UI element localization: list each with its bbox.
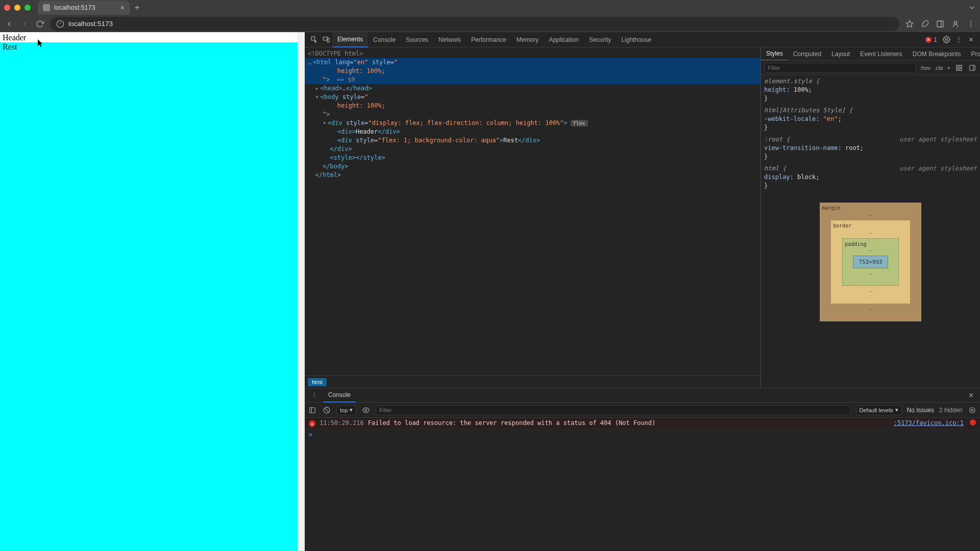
close-tab-button[interactable]: × [120, 4, 125, 12]
styles-body[interactable]: element.style { height: 100%; } html[Att… [761, 75, 980, 388]
console-sidebar-icon[interactable] [308, 403, 317, 418]
page-viewport[interactable]: Header Rest [0, 32, 298, 551]
tab-sources[interactable]: Sources [401, 32, 433, 47]
back-button[interactable] [5, 20, 13, 28]
svg-point-34 [365, 409, 368, 411]
dom-node-html[interactable]: …<html lang="en" style=" [305, 58, 760, 67]
tab-application[interactable]: Application [544, 32, 584, 47]
tab-network[interactable]: Network [433, 32, 466, 47]
page-header-text: Header [0, 32, 298, 42]
browser-tab[interactable]: localhost:5173 × [38, 1, 130, 15]
tab-memory[interactable]: Memory [511, 32, 544, 47]
svg-rect-20 [960, 65, 962, 67]
svg-rect-22 [957, 68, 959, 70]
settings-icon[interactable] [940, 32, 952, 47]
log-levels-select[interactable]: Default levels ▾ [856, 405, 902, 415]
console-settings-icon[interactable] [968, 403, 977, 418]
close-drawer-icon[interactable] [965, 388, 977, 403]
menu-icon[interactable] [967, 20, 975, 28]
close-devtools-icon[interactable] [965, 32, 977, 47]
svg-point-15 [958, 39, 959, 40]
svg-point-26 [313, 395, 314, 396]
dom-node-header[interactable]: <div>Header</div> [305, 128, 760, 136]
styles-filter-input[interactable] [764, 63, 916, 73]
rule-element-style[interactable]: element.style { height: 100%; } [764, 77, 977, 103]
dom-node-body[interactable]: ▾<body style=" [305, 93, 760, 102]
extensions-icon[interactable] [921, 20, 929, 28]
clear-console-icon[interactable] [322, 403, 331, 418]
sp-tab-eventlisteners[interactable]: Event Listeners [855, 47, 908, 61]
sp-tab-styles[interactable]: Styles [761, 47, 788, 61]
live-expressions-icon[interactable] [361, 403, 371, 418]
dom-node-rest[interactable]: <div style="flex: 1; background-color: a… [305, 136, 760, 145]
site-info-icon[interactable] [56, 20, 64, 28]
flex-badge[interactable]: flex [571, 120, 588, 127]
chevron-down-icon[interactable] [968, 4, 976, 12]
console-context-select[interactable]: top ▾ [336, 405, 356, 415]
minimize-window-button[interactable] [14, 5, 20, 11]
drawer-tab-console[interactable]: Console [323, 388, 356, 403]
svg-rect-23 [970, 65, 975, 70]
new-style-rule-icon[interactable]: + [947, 65, 950, 71]
side-panel-icon[interactable] [936, 20, 944, 28]
sp-tab-properties[interactable]: Properties [966, 47, 980, 61]
computed-styles-icon[interactable] [954, 63, 964, 72]
tab-console[interactable]: Console [368, 32, 401, 47]
tab-title: localhost:5173 [54, 4, 95, 11]
console-body[interactable]: ✕ 11:50:29.216 Failed to load resource: … [305, 418, 980, 551]
main-area: Header Rest Elements Console Sources Net… [0, 32, 980, 551]
toggle-sidebar-icon[interactable] [968, 63, 977, 72]
console-source-link[interactable]: :5173/favicon.ico:1 [894, 419, 964, 427]
svg-rect-21 [960, 68, 962, 70]
box-model-diagram: margin - border - padding - 753×993 - - [764, 193, 977, 334]
maximize-window-button[interactable] [24, 5, 31, 11]
reload-button[interactable] [36, 20, 44, 28]
rule-attributes-style[interactable]: html[Attributes Style] { -webkit-locale:… [764, 106, 977, 132]
rule-html[interactable]: user agent stylesheethtml { display: blo… [764, 164, 977, 190]
close-window-button[interactable] [4, 5, 10, 11]
rule-root[interactable]: user agent stylesheet:root { view-transi… [764, 135, 977, 161]
sp-tab-computed[interactable]: Computed [788, 47, 826, 61]
cls-toggle[interactable]: .cls [935, 65, 943, 71]
dom-tree[interactable]: <!DOCTYPE html> …<html lang="en" style="… [305, 47, 760, 375]
dom-breadcrumbs[interactable]: html [305, 375, 760, 388]
error-count-badge[interactable]: ✕1 [925, 36, 937, 43]
forward-button[interactable] [20, 20, 29, 28]
console-message-error[interactable]: ✕ 11:50:29.216 Failed to load resource: … [305, 418, 980, 429]
url-text: localhost:5173 [68, 20, 113, 28]
devtools-panel: Elements Console Sources Network Perform… [305, 32, 980, 551]
dom-node-head[interactable]: ▸<head>…</head> [305, 84, 760, 93]
error-icon: ✕ [309, 420, 315, 427]
sp-tab-dombreakpoints[interactable]: DOM Breakpoints [908, 47, 966, 61]
tab-security[interactable]: Security [584, 32, 616, 47]
browser-toolbar: localhost:5173 [0, 15, 980, 32]
svg-point-7 [970, 21, 971, 22]
box-model-content-size: 753×993 [853, 256, 888, 268]
new-tab-button[interactable]: + [135, 3, 139, 12]
profile-icon[interactable] [951, 20, 960, 28]
crumb-html[interactable]: html [308, 378, 327, 386]
more-icon[interactable] [952, 32, 965, 47]
vertical-scrollbar[interactable] [298, 32, 305, 551]
tab-lighthouse[interactable]: Lighthouse [616, 32, 656, 47]
dom-node-flexdiv[interactable]: ▾<div style="display: flex; flex-directi… [305, 119, 760, 128]
window-controls [4, 5, 31, 11]
console-timestamp: 11:50:29.216 [320, 419, 364, 427]
device-toolbar-icon[interactable] [320, 32, 332, 47]
svg-point-27 [313, 396, 314, 397]
issues-indicator[interactable]: No Issues [907, 407, 934, 414]
drawer-menu-icon[interactable] [308, 388, 320, 403]
svg-rect-10 [311, 37, 314, 40]
hov-toggle[interactable]: :hov [920, 65, 930, 71]
hidden-messages[interactable]: 2 hidden [939, 407, 963, 414]
console-prompt[interactable]: > [305, 429, 980, 440]
dom-node-style[interactable]: <style></style> [305, 154, 760, 162]
bookmark-icon[interactable] [905, 20, 914, 28]
tab-performance[interactable]: Performance [466, 32, 511, 47]
tab-elements[interactable]: Elements [332, 32, 368, 47]
console-filter-input[interactable] [376, 405, 850, 415]
sp-tab-layout[interactable]: Layout [826, 47, 855, 61]
svg-point-36 [970, 407, 975, 413]
inspect-element-icon[interactable] [308, 32, 320, 47]
address-bar[interactable]: localhost:5173 [50, 17, 899, 31]
